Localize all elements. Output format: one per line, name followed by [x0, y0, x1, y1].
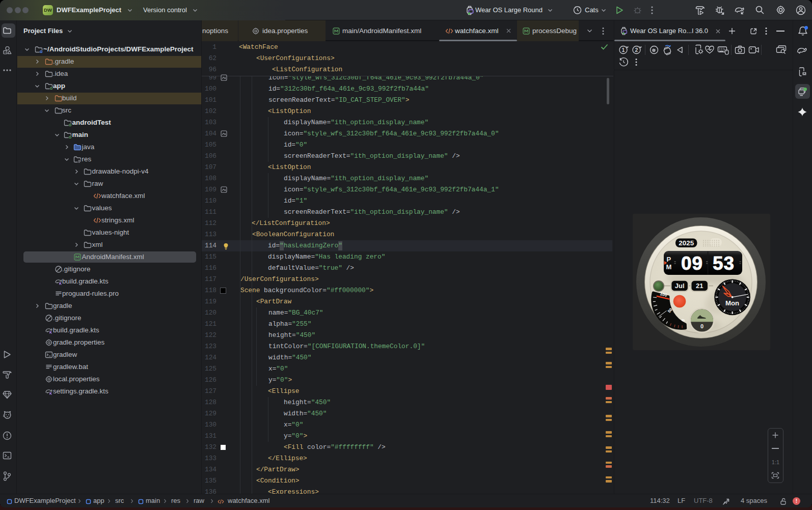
svg-text:2: 2: [635, 47, 638, 53]
svg-text:1: 1: [622, 47, 625, 53]
svg-text:2025: 2025: [679, 239, 694, 247]
svg-text:Jul: Jul: [675, 282, 685, 290]
svg-text:53: 53: [713, 253, 735, 274]
svg-text:21: 21: [696, 282, 703, 290]
svg-text:M: M: [666, 263, 671, 271]
svg-text:Mon: Mon: [725, 299, 739, 307]
svg-text:0: 0: [700, 323, 703, 329]
svg-text:09: 09: [681, 253, 703, 274]
svg-text:P: P: [666, 256, 671, 263]
